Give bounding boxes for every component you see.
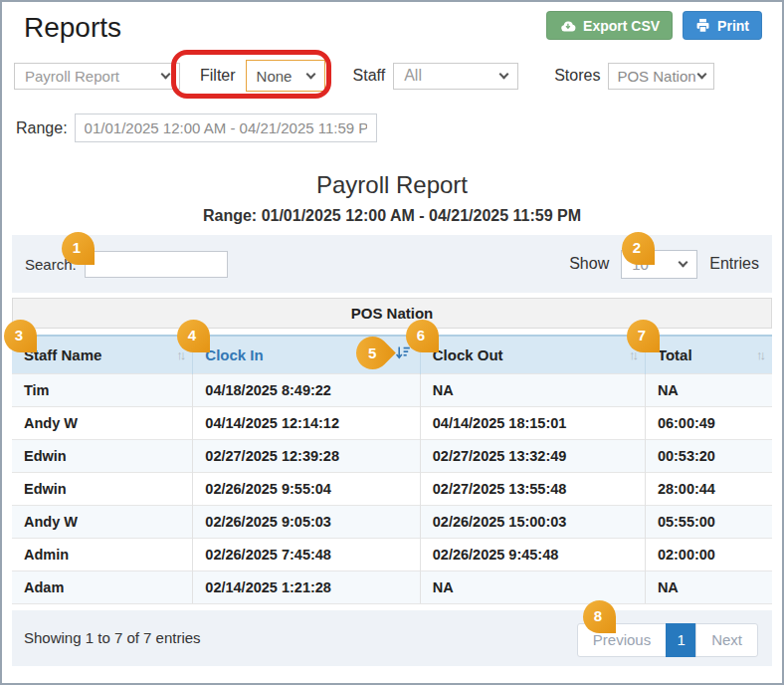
cell-clock-out: 02/27/2025 13:32:49 <box>420 439 645 472</box>
cell-clock-out: NA <box>420 373 645 406</box>
filter-value: None <box>257 68 293 85</box>
cell-clock-in: 02/26/2025 9:05:03 <box>193 505 420 538</box>
table-row: Edwin 02/26/2025 9:55:04 02/27/2025 13:5… <box>12 472 772 505</box>
cell-clock-out: 02/26/2025 9:45:48 <box>420 538 645 571</box>
table-row: Edwin 02/27/2025 12:39:28 02/27/2025 13:… <box>12 439 772 472</box>
export-csv-button[interactable]: Export CSV <box>546 11 673 40</box>
cell-total: NA <box>645 373 772 406</box>
table-row: Andy W 04/14/2025 12:14:12 04/14/2025 18… <box>12 406 772 439</box>
callout-4-clock-in: 4 <box>177 320 210 352</box>
cloud-download-icon <box>559 19 576 33</box>
table-row: Adam 02/14/2025 1:21:28 NA NA <box>12 571 772 603</box>
store-group-header: POS Nation <box>12 298 772 329</box>
callout-1-search: 1 <box>62 232 95 265</box>
callout-2-show-entries: 2 <box>622 232 655 265</box>
column-header-total[interactable]: Total ↑↓ <box>645 336 772 373</box>
cell-clock-out: 02/26/2025 15:00:03 <box>420 505 645 538</box>
table-footer: Showing 1 to 7 of 7 entries Previous 1 N… <box>12 610 772 666</box>
range-input[interactable] <box>75 114 377 142</box>
showing-entries-text: Showing 1 to 7 of 7 entries <box>24 629 201 646</box>
chevron-down-icon <box>679 257 688 267</box>
filter-select[interactable]: None <box>246 60 325 92</box>
staff-select[interactable]: All <box>393 63 518 90</box>
cell-total: 00:53:20 <box>645 439 772 472</box>
cell-clock-in: 02/26/2025 7:45:48 <box>193 538 420 571</box>
report-title: Payroll Report <box>2 170 782 200</box>
column-header-clock-out[interactable]: Clock Out ↑↓ <box>420 336 645 373</box>
cell-staff-name: Adam <box>12 571 193 603</box>
staff-label: Staff <box>353 67 386 85</box>
report-heading: Payroll Report Range: 01/01/2025 12:00 A… <box>2 170 782 226</box>
cell-clock-out: 04/14/2025 18:15:01 <box>420 406 645 439</box>
cell-staff-name: Edwin <box>12 472 193 505</box>
show-entries-group: Show 10 Entries <box>569 250 759 279</box>
printer-icon <box>695 18 710 33</box>
report-subtitle: Range: 01/01/2025 12:00 AM - 04/21/2025 … <box>2 206 782 226</box>
table-controls: Search: Show 10 Entries <box>12 235 772 293</box>
range-label: Range: <box>16 119 68 137</box>
cell-staff-name: Edwin <box>12 439 193 472</box>
chevron-down-icon <box>499 69 509 79</box>
column-header-staff-name[interactable]: Staff Name ↑↓ <box>12 336 193 373</box>
filter-label: Filter <box>200 67 236 85</box>
report-type-value: Payroll Report <box>25 68 119 85</box>
sort-both-icon: ↑↓ <box>756 347 763 362</box>
cell-total: 28:00:44 <box>645 472 772 505</box>
payroll-table: Staff Name ↑↓ Clock In Clo <box>12 335 772 604</box>
chevron-down-icon <box>305 69 315 79</box>
report-panel: Search: Show 10 Entries POS Nation Staff… <box>12 235 772 666</box>
toolbar: Export CSV Print <box>546 10 762 40</box>
sort-desc-icon <box>395 346 411 363</box>
callout-3-staff-name: 3 <box>4 320 37 352</box>
staff-value: All <box>404 67 422 85</box>
show-label: Show <box>569 255 609 273</box>
stores-label: Stores <box>554 67 600 85</box>
cell-total: 02:00:00 <box>645 538 772 571</box>
cell-staff-name: Andy W <box>12 406 193 439</box>
export-csv-label: Export CSV <box>583 18 660 34</box>
filter-row: Payroll Report Filter None Staff All Sto… <box>2 59 782 93</box>
print-label: Print <box>717 18 749 34</box>
top-header: Reports Export CSV Print <box>2 2 782 46</box>
page-title: Reports <box>24 10 121 46</box>
sort-both-icon: ↑↓ <box>176 347 183 362</box>
cell-total: NA <box>645 571 772 603</box>
callout-7-total: 7 <box>627 320 660 352</box>
cell-clock-in: 04/18/2025 8:49:22 <box>193 373 420 406</box>
reports-page: { "page": { "title": "Reports" }, "toolb… <box>0 0 784 685</box>
range-row: Range: <box>2 114 782 142</box>
cell-clock-in: 02/14/2025 1:21:28 <box>193 571 420 603</box>
next-page-button[interactable]: Next <box>695 623 758 657</box>
page-1-button[interactable]: 1 <box>666 623 696 657</box>
stores-select[interactable]: POS Nation <box>608 63 714 90</box>
cell-clock-in: 02/26/2025 9:55:04 <box>193 472 420 505</box>
cell-staff-name: Andy W <box>12 505 193 538</box>
cell-clock-in: 04/14/2025 12:14:12 <box>193 406 420 439</box>
table-row: Tim 04/18/2025 8:49:22 NA NA <box>12 373 772 406</box>
cell-staff-name: Admin <box>12 538 193 571</box>
cell-total: 05:55:00 <box>645 505 772 538</box>
cell-clock-in: 02/27/2025 12:39:28 <box>193 439 420 472</box>
chevron-down-icon <box>697 69 707 79</box>
cell-clock-out: NA <box>420 571 645 603</box>
table-row: Andy W 02/26/2025 9:05:03 02/26/2025 15:… <box>12 505 772 538</box>
search-input[interactable] <box>85 251 228 278</box>
cell-total: 06:00:49 <box>645 406 772 439</box>
table-row: Admin 02/26/2025 7:45:48 02/26/2025 9:45… <box>12 538 772 571</box>
print-button[interactable]: Print <box>683 11 762 40</box>
cell-clock-out: 02/27/2025 13:55:48 <box>420 472 645 505</box>
entries-label: Entries <box>709 255 759 273</box>
callout-8-pagination: 8 <box>583 600 616 633</box>
chevron-down-icon <box>161 69 171 79</box>
callout-6-clock-out: 6 <box>406 320 439 352</box>
report-type-select[interactable]: Payroll Report <box>14 63 180 90</box>
cell-staff-name: Tim <box>12 373 193 406</box>
stores-value: POS Nation <box>617 68 695 85</box>
